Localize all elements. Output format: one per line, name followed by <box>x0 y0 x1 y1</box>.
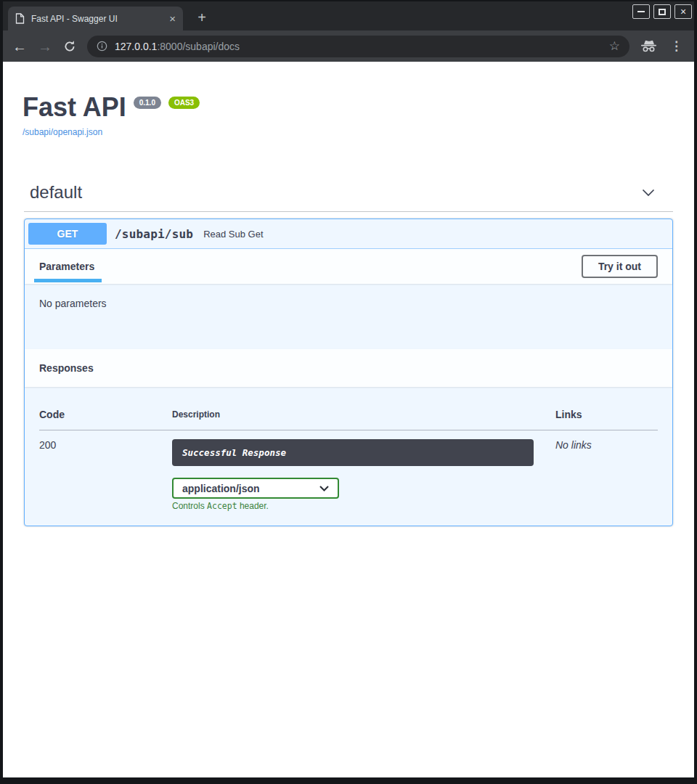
select-chevron-icon <box>319 486 329 491</box>
try-it-out-button[interactable]: Try it out <box>582 255 658 278</box>
tab-strip: Fast API - Swagger UI × + × <box>3 1 694 30</box>
column-header-code: Code <box>39 401 172 430</box>
responses-table: Code Description Links 200 Successful Re… <box>39 401 658 466</box>
operation-summary[interactable]: GET /subapi/sub Read Sub Get <box>25 219 672 249</box>
operation-description: Read Sub Get <box>203 229 263 240</box>
media-type-row: application/json Controls Accept header. <box>172 478 658 511</box>
browser-window: Fast API - Swagger UI × + × ← → 127.0.0.… <box>0 0 697 784</box>
column-header-description: Description <box>172 401 555 430</box>
maximize-icon <box>659 9 666 15</box>
tag-section-default[interactable]: default <box>24 175 673 212</box>
menu-icon[interactable]: ⋮ <box>668 38 685 54</box>
column-header-links: Links <box>555 401 658 430</box>
chevron-down-icon[interactable] <box>642 189 655 197</box>
page-title: Fast API <box>23 94 126 121</box>
accept-header-note: Controls Accept header. <box>172 501 658 511</box>
active-tab-underline <box>34 279 102 282</box>
url-text: 127.0.0.1:8000/subapi/docs <box>115 41 240 52</box>
responses-title: Responses <box>39 362 94 374</box>
site-info-icon[interactable] <box>97 41 107 52</box>
minimize-button[interactable] <box>632 4 650 19</box>
tag-name: default <box>30 182 82 203</box>
api-info: Fast API 0.1.0 OAS3 /subapi/openapi.json <box>23 94 674 138</box>
response-links: No links <box>555 430 658 467</box>
tab-close-icon[interactable]: × <box>169 12 176 25</box>
new-tab-button[interactable]: + <box>192 9 211 28</box>
responses-header: Responses <box>25 349 672 387</box>
openapi-json-link[interactable]: /subapi/openapi.json <box>23 127 102 137</box>
bookmark-star-icon[interactable]: ☆ <box>609 38 620 54</box>
response-code: 200 <box>39 430 172 467</box>
maximize-button[interactable] <box>653 4 671 19</box>
media-type-select[interactable]: application/json <box>172 478 339 499</box>
close-window-button[interactable]: × <box>674 4 692 19</box>
swagger-page: Fast API 0.1.0 OAS3 /subapi/openapi.json… <box>3 62 694 777</box>
response-row: 200 Successful Response No links <box>39 430 658 467</box>
opblock-get-subapi-sub: GET /subapi/sub Read Sub Get Parameters … <box>24 219 673 526</box>
reload-icon[interactable] <box>63 40 76 53</box>
back-icon[interactable]: ← <box>12 39 27 54</box>
document-icon <box>15 13 25 24</box>
response-description: Successful Response <box>172 439 534 466</box>
incognito-icon <box>640 40 657 52</box>
parameters-tab[interactable]: Parameters <box>39 261 94 272</box>
address-bar[interactable]: 127.0.0.1:8000/subapi/docs ☆ <box>87 36 629 57</box>
version-badge: 0.1.0 <box>134 97 161 109</box>
minimize-icon <box>637 11 645 12</box>
method-badge: GET <box>28 223 107 245</box>
browser-toolbar: ← → 127.0.0.1:8000/subapi/docs ☆ <box>3 30 694 62</box>
tab-title: Fast API - Swagger UI <box>31 14 165 24</box>
oas3-badge: OAS3 <box>168 97 200 109</box>
parameters-header: Parameters Try it out <box>25 249 672 284</box>
media-type-value: application/json <box>182 483 260 494</box>
operation-path: /subapi/sub <box>115 227 193 241</box>
browser-tab[interactable]: Fast API - Swagger UI × <box>8 7 183 30</box>
forward-icon[interactable]: → <box>38 39 52 54</box>
no-parameters-text: No parameters <box>25 284 672 349</box>
responses-body: Code Description Links 200 Successful Re… <box>25 387 672 526</box>
